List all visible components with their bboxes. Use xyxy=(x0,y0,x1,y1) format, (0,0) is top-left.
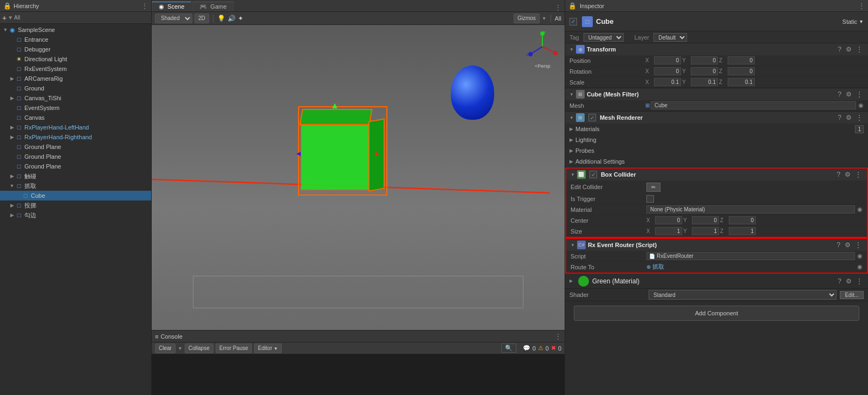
scale-x-input[interactable] xyxy=(654,78,681,86)
edit-material-btn[interactable]: Edit... xyxy=(840,291,864,299)
hierarchy-more-icon[interactable]: ⋮ xyxy=(141,2,148,10)
transform-help-btn[interactable]: ? xyxy=(837,46,843,53)
material-dot-btn[interactable]: ◉ xyxy=(857,206,863,213)
mf-help-btn[interactable]: ? xyxy=(837,90,843,98)
tree-canvas-tishi[interactable]: ▶ □ Canvas_TiShi xyxy=(0,93,151,103)
scene-more-icon[interactable]: ⋮ xyxy=(555,4,561,11)
lighting-foldout[interactable]: ▶ Lighting xyxy=(565,134,868,145)
mat-settings-btn[interactable]: ⚙ xyxy=(845,277,853,285)
inspector-more-icon[interactable]: ⋮ xyxy=(858,2,865,10)
tree-ar-camera-rig[interactable]: ▶ □ ARCameraRig xyxy=(0,74,151,83)
error-pause-btn[interactable]: Error Pause xyxy=(216,344,252,353)
transform-more-btn[interactable]: ⋮ xyxy=(855,46,864,53)
materials-foldout[interactable]: ▶ Materials 1 xyxy=(565,124,868,134)
tree-rx-player-left[interactable]: ▶ □ RxPlayerHand-LeftHand xyxy=(0,122,151,132)
rot-z-input[interactable] xyxy=(728,67,755,75)
size-z-input[interactable] xyxy=(729,227,756,235)
tree-cube[interactable]: □ Cube xyxy=(0,191,151,200)
tree-grab[interactable]: ▼ □ 抓取 xyxy=(0,181,151,191)
mr-help-btn[interactable]: ? xyxy=(837,114,843,121)
rot-x-input[interactable] xyxy=(654,67,681,75)
transform-settings-btn[interactable]: ⚙ xyxy=(845,46,853,53)
effects-btn[interactable]: ✦ xyxy=(238,15,243,22)
tree-ground-plane-2[interactable]: □ Ground Plane xyxy=(0,152,151,161)
add-component-btn[interactable]: Add Component xyxy=(574,306,859,321)
bc-help-btn[interactable]: ? xyxy=(835,171,841,178)
mr-settings-btn[interactable]: ⚙ xyxy=(845,114,853,121)
box-collider-header[interactable]: ▼ ⬜ Box Collider ? ⚙ ⋮ xyxy=(566,169,867,180)
bc-settings-btn[interactable]: ⚙ xyxy=(844,171,852,178)
center-z-input[interactable] xyxy=(729,216,756,224)
tree-rx-player-right[interactable]: ▶ □ RxPlayerHand-Righthand xyxy=(0,132,151,142)
mf-settings-btn[interactable]: ⚙ xyxy=(845,90,853,98)
tab-scene[interactable]: ◉ Scene xyxy=(152,2,191,11)
bc-more-btn[interactable]: ⋮ xyxy=(854,171,863,178)
tree-ground[interactable]: □ Ground xyxy=(0,83,151,93)
is-trigger-checkbox[interactable] xyxy=(646,195,654,203)
shading-select[interactable]: Shaded xyxy=(155,14,192,23)
bc-enabled-checkbox[interactable] xyxy=(590,171,597,178)
edit-collider-btn[interactable]: ✏ xyxy=(646,183,660,192)
mesh-dot-icon[interactable]: ◉ xyxy=(858,102,864,109)
tab-game[interactable]: 🎮 Game xyxy=(192,2,234,11)
2d-btn[interactable]: 2D xyxy=(195,14,209,23)
clear-btn[interactable]: Clear xyxy=(155,344,176,353)
hierarchy-add-btn[interactable]: + xyxy=(2,14,7,22)
additional-settings-foldout[interactable]: ▶ Additional Settings xyxy=(565,156,868,167)
pos-z-input[interactable] xyxy=(728,56,755,64)
collapse-btn[interactable]: Collapse xyxy=(185,344,213,353)
hierarchy-lock-icon[interactable]: 🔒 xyxy=(3,2,11,10)
tree-directional-light[interactable]: ☀ Directional Light xyxy=(0,54,151,64)
mf-more-btn[interactable]: ⋮ xyxy=(855,90,864,98)
rer-more-btn[interactable]: ⋮ xyxy=(854,241,863,249)
tree-debugger[interactable]: □ Debugger xyxy=(0,44,151,54)
script-dot-btn[interactable]: ◉ xyxy=(857,252,863,260)
rer-settings-btn[interactable]: ⚙ xyxy=(844,241,852,249)
editor-btn[interactable]: Editor ▼ xyxy=(254,344,282,353)
pos-y-input[interactable] xyxy=(691,56,718,64)
tree-throw[interactable]: ▶ □ 投掷 xyxy=(0,200,151,210)
mat-help-btn[interactable]: ? xyxy=(837,277,843,285)
scale-z-input[interactable] xyxy=(728,78,755,86)
tree-ground-plane-3[interactable]: □ Ground Plane xyxy=(0,161,151,171)
object-name[interactable]: Cube xyxy=(596,17,614,25)
center-x-input[interactable] xyxy=(655,216,682,224)
tree-canvas[interactable]: □ Canvas xyxy=(0,113,151,122)
tree-edge[interactable]: ▶ □ 勾边 xyxy=(0,210,151,220)
scale-y-input[interactable] xyxy=(691,78,718,86)
probes-foldout[interactable]: ▶ Probes xyxy=(565,145,868,156)
mr-more-btn[interactable]: ⋮ xyxy=(855,114,864,121)
pos-x-input[interactable] xyxy=(654,56,681,64)
tag-select[interactable]: Untagged xyxy=(584,33,624,42)
gizmos-btn[interactable]: Gizmos xyxy=(514,14,540,23)
layer-select[interactable]: Default xyxy=(653,33,687,42)
mat-more-btn[interactable]: ⋮ xyxy=(855,277,864,285)
tree-event-system[interactable]: □ EventSystem xyxy=(0,103,151,113)
tree-touch[interactable]: ▶ □ 触碰 xyxy=(0,171,151,181)
rer-help-btn[interactable]: ? xyxy=(835,241,841,249)
rot-y-input[interactable] xyxy=(691,67,718,75)
material-input[interactable] xyxy=(646,205,855,213)
center-y-input[interactable] xyxy=(692,216,719,224)
audio-btn[interactable]: 🔊 xyxy=(228,15,236,22)
tree-rx-event-system[interactable]: □ RxEventSystem xyxy=(0,64,151,74)
mr-enabled-checkbox[interactable] xyxy=(588,114,596,121)
mesh-renderer-header[interactable]: ▼ ⊞ Mesh Renderer ? ⚙ ⋮ xyxy=(565,112,868,124)
search-bar[interactable]: 🔍 xyxy=(501,344,516,353)
transform-header[interactable]: ▼ ⊕ Transform ? ⚙ ⋮ xyxy=(565,43,868,55)
size-x-input[interactable] xyxy=(655,227,682,235)
size-y-input[interactable] xyxy=(692,227,719,235)
rx-event-router-header[interactable]: ▼ C# Rx Event Router (Script) ? ⚙ ⋮ xyxy=(566,239,867,251)
mesh-filter-header[interactable]: ▼ ⊞ Cube (Mesh Filter) ? ⚙ ⋮ xyxy=(565,88,868,100)
tree-entrance[interactable]: □ Entrance xyxy=(0,35,151,44)
tree-root-sample-scene[interactable]: ▼ ◉ SampleScene xyxy=(0,25,151,35)
mesh-input[interactable] xyxy=(651,101,856,109)
console-more-icon[interactable]: ⋮ xyxy=(555,333,561,340)
axis-gizmo[interactable]: y x z <Persp xyxy=(525,29,560,64)
inspector-lock-icon[interactable]: 🔒 xyxy=(568,2,576,10)
object-active-checkbox[interactable] xyxy=(569,18,577,25)
light-btn[interactable]: 💡 xyxy=(217,15,225,22)
scene-view[interactable]: ▲ ▲ ▲ y x xyxy=(152,25,565,330)
tree-ground-plane-1[interactable]: □ Ground Plane xyxy=(0,142,151,152)
shader-select[interactable]: Standard xyxy=(649,290,837,300)
